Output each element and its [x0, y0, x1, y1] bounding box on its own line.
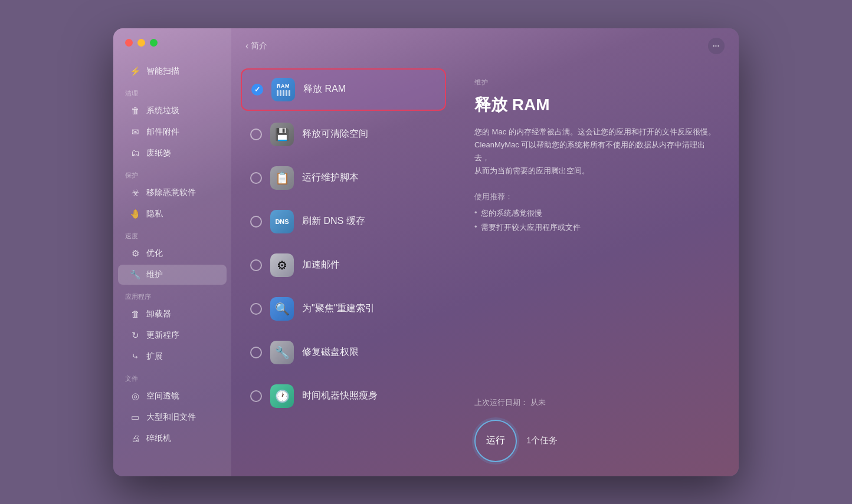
close-button[interactable]: [125, 39, 133, 47]
uninstall-icon: 🗑: [130, 309, 140, 319]
back-button[interactable]: ‹ 简介: [245, 41, 267, 51]
timemachine-icon: 🕐: [270, 384, 294, 408]
space-icon: ◎: [130, 391, 140, 401]
sidebar-category-files: 文件: [113, 367, 231, 386]
radio-timemachine-slim[interactable]: [250, 390, 262, 402]
content-row: RAM 释放 RAM 💾 释放可清除: [231, 64, 739, 476]
sidebar-item-label: 空间透镜: [146, 391, 179, 401]
app-window: ⚡ 智能扫描 清理 🗑 系统垃圾 ✉ 邮件附件 🗂 废纸篓 保护 ☣ 移除恶意软…: [113, 28, 739, 476]
sidebar-item-optimize[interactable]: ⚙ 优化: [118, 243, 227, 263]
optimize-icon: ⚙: [130, 248, 140, 259]
sidebar-category-protect: 保护: [113, 164, 231, 182]
detail-section-label: 维护: [474, 78, 720, 87]
spotlight-icon: 🔍: [270, 297, 294, 321]
label-release-ram: 释放 RAM: [303, 83, 346, 95]
list-item-timemachine-slim[interactable]: 🕐 时间机器快照瘦身: [241, 376, 446, 416]
sidebar-item-label: 优化: [146, 248, 163, 259]
run-button-label: 运行: [486, 434, 505, 447]
sidebar-item-smart-scan[interactable]: ⚡ 智能扫描: [118, 61, 227, 81]
detail-footer: 运行 1个任务: [474, 420, 720, 462]
extensions-icon: ⤷: [130, 351, 140, 362]
recommendation-1: 您的系统感觉很慢: [474, 208, 720, 219]
sidebar-item-label: 隐私: [146, 209, 163, 219]
mail-icon: ✉: [130, 127, 140, 137]
detail-recommendations: 您的系统感觉很慢 需要打开较大应用程序或文件: [474, 208, 720, 233]
privacy-icon: 🤚: [130, 209, 140, 219]
label-timemachine-slim: 时间机器快照瘦身: [302, 390, 378, 402]
sidebar-item-shredder[interactable]: 🖨 碎纸机: [118, 429, 227, 449]
mail-speed-icon: ⚙: [270, 253, 294, 277]
maintenance-list: RAM 释放 RAM 💾 释放可清除: [231, 64, 456, 476]
disk-icon: 💾: [270, 123, 294, 146]
recommendation-2-text: 需要打开较大应用程序或文件: [481, 222, 581, 233]
task-count-label: 1个任务: [526, 435, 558, 446]
back-label: 简介: [251, 41, 267, 51]
trash-icon: 🗑: [130, 106, 140, 116]
radio-repair-permissions[interactable]: [250, 347, 262, 358]
sidebar-item-label: 碎纸机: [146, 433, 171, 444]
large-files-icon: ▭: [130, 412, 140, 423]
sidebar-item-label: 系统垃圾: [146, 106, 179, 116]
recommendation-1-text: 您的系统感觉很慢: [481, 208, 542, 219]
sidebar-item-label: 移除恶意软件: [146, 187, 196, 198]
radio-reindex-spotlight[interactable]: [250, 303, 262, 315]
list-item-speed-mail[interactable]: ⚙ 加速邮件: [241, 245, 446, 285]
radio-flush-dns[interactable]: [250, 216, 262, 228]
detail-last-run: 上次运行日期： 从未: [474, 397, 720, 408]
sidebar-item-updater[interactable]: ↻ 更新程序: [118, 325, 227, 345]
run-button[interactable]: 运行: [474, 420, 517, 462]
sidebar-item-privacy[interactable]: 🤚 隐私: [118, 204, 227, 224]
bin-icon: 🗂: [130, 148, 140, 159]
sidebar-item-label: 卸载器: [146, 309, 171, 319]
radio-release-ram[interactable]: [251, 84, 263, 95]
sidebar-item-label: 扩展: [146, 351, 163, 362]
label-repair-permissions: 修复磁盘权限: [302, 346, 359, 358]
chevron-left-icon: ‹: [245, 41, 248, 51]
last-run-label: 上次运行日期：: [474, 398, 528, 407]
sidebar-item-system-junk[interactable]: 🗑 系统垃圾: [118, 101, 227, 121]
main-area: ‹ 简介 RAM: [231, 28, 739, 476]
radio-speed-mail[interactable]: [250, 259, 262, 271]
sidebar-item-maintenance[interactable]: 🔧 维护: [118, 265, 227, 285]
list-item-free-purgeable[interactable]: 💾 释放可清除空间: [241, 114, 446, 154]
recommendation-2: 需要打开较大应用程序或文件: [474, 222, 720, 233]
sidebar-item-space-lens[interactable]: ◎ 空间透镜: [118, 386, 227, 406]
minimize-button[interactable]: [137, 39, 145, 47]
sidebar-item-mail-attachments[interactable]: ✉ 邮件附件: [118, 122, 227, 142]
more-button[interactable]: [708, 38, 725, 54]
sidebar-item-uninstaller[interactable]: 🗑 卸载器: [118, 304, 227, 324]
label-run-scripts: 运行维护脚本: [302, 172, 359, 184]
list-item-repair-permissions[interactable]: 🔧 修复磁盘权限: [241, 332, 446, 373]
sidebar-category-clean: 清理: [113, 82, 231, 100]
repair-icon: 🔧: [270, 341, 294, 364]
list-item-flush-dns[interactable]: DNS 刷新 DNS 缓存: [241, 202, 446, 242]
sidebar-item-label: 废纸篓: [146, 148, 171, 159]
ram-icon: RAM: [271, 78, 295, 101]
sidebar-item-extensions[interactable]: ⤷ 扩展: [118, 347, 227, 367]
label-reindex-spotlight: 为"聚焦"重建索引: [302, 302, 375, 315]
sidebar-item-large-files[interactable]: ▭ 大型和旧文件: [118, 407, 227, 427]
update-icon: ↻: [130, 330, 140, 341]
list-item-run-scripts[interactable]: 📋 运行维护脚本: [241, 158, 446, 198]
script-icon: 📋: [270, 166, 294, 190]
sidebar-item-label: 智能扫描: [146, 66, 179, 77]
scan-icon: ⚡: [130, 66, 140, 77]
label-free-purgeable: 释放可清除空间: [302, 128, 368, 140]
radio-run-scripts[interactable]: [250, 172, 262, 184]
radio-free-purgeable[interactable]: [250, 129, 262, 140]
label-speed-mail: 加速邮件: [302, 259, 340, 271]
detail-recommend-label: 使用推荐：: [474, 192, 720, 202]
detail-title: 释放 RAM: [474, 94, 720, 116]
list-item-release-ram[interactable]: RAM 释放 RAM: [241, 68, 446, 111]
sidebar-item-malware[interactable]: ☣ 移除恶意软件: [118, 183, 227, 203]
topbar: ‹ 简介: [231, 28, 739, 64]
sidebar-category-speed: 速度: [113, 225, 231, 243]
list-item-reindex-spotlight[interactable]: 🔍 为"聚焦"重建索引: [241, 289, 446, 329]
sidebar: ⚡ 智能扫描 清理 🗑 系统垃圾 ✉ 邮件附件 🗂 废纸篓 保护 ☣ 移除恶意软…: [113, 28, 231, 476]
fullscreen-button[interactable]: [150, 39, 158, 47]
malware-icon: ☣: [130, 187, 140, 198]
sidebar-item-trash[interactable]: 🗂 废纸篓: [118, 143, 227, 163]
sidebar-item-label: 维护: [146, 269, 163, 280]
sidebar-item-label: 邮件附件: [146, 127, 179, 137]
dns-icon: DNS: [270, 210, 294, 233]
